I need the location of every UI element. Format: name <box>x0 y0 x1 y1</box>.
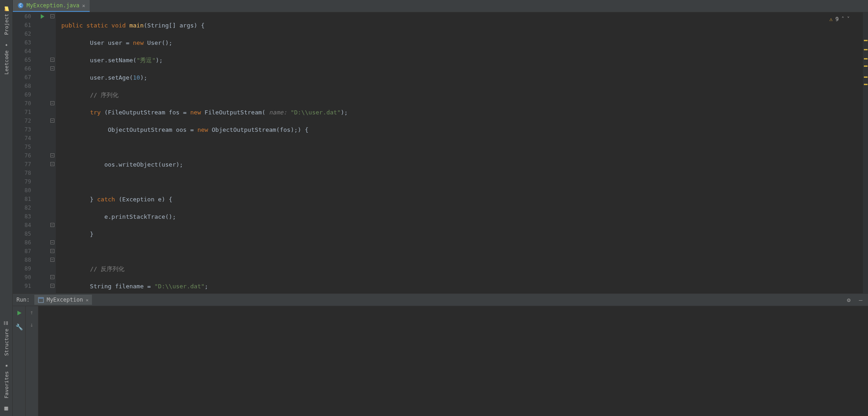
line-number: 91 <box>13 282 31 291</box>
editor-tabs-bar: C MyException.java ✕ <box>13 0 868 12</box>
fold-toggle[interactable]: − <box>50 258 54 262</box>
line-number: 88 <box>13 256 31 265</box>
rerun-icon[interactable] <box>15 309 23 317</box>
editor[interactable]: 6061626364656667686970717273747576777879… <box>13 12 868 293</box>
line-number: 70 <box>13 99 31 108</box>
fold-toggle[interactable]: − <box>50 162 54 166</box>
line-number: 89 <box>13 265 31 273</box>
line-number: 65 <box>13 56 31 65</box>
fold-toggle[interactable]: − <box>50 275 54 279</box>
arrow-up-icon[interactable]: ↑ <box>30 309 34 316</box>
structure-label: Structure <box>3 329 9 356</box>
line-number: 80 <box>13 186 31 195</box>
minimize-icon[interactable]: — <box>857 297 864 303</box>
close-icon[interactable]: ✕ <box>82 3 86 9</box>
run-header: Run: MyException ✕ ⚙ — <box>13 294 868 306</box>
line-number: 78 <box>13 169 31 178</box>
fold-toggle[interactable]: − <box>50 284 54 288</box>
fold-toggle[interactable]: − <box>50 66 54 70</box>
line-number: 71 <box>13 108 31 117</box>
tool-window-left-rail: Project 📁 Leetcode ✦ Structure ☰ Favorit… <box>0 0 13 416</box>
fold-toggle[interactable]: − <box>50 119 54 123</box>
line-number: 84 <box>13 221 31 230</box>
fold-toggle[interactable]: − <box>50 101 54 105</box>
tool-window-favorites[interactable]: Favorites ★ <box>2 359 11 402</box>
line-number: 64 <box>13 47 31 56</box>
warning-marker[interactable] <box>864 49 868 50</box>
line-number: 76 <box>13 151 31 160</box>
line-number-gutter: 6061626364656667686970717273747576777879… <box>13 12 39 293</box>
line-number: 60 <box>13 12 31 21</box>
chevron-up-icon[interactable]: ˄ <box>841 15 844 24</box>
error-stripe[interactable] <box>863 12 868 293</box>
star-icon: ★ <box>3 363 10 369</box>
folder-icon: 📁 <box>3 5 10 12</box>
run-body: 🔧 ↑ ↓ <box>13 306 868 416</box>
run-tool-window: Run: MyException ✕ ⚙ — 🔧 ↑ ↓ <box>13 293 868 416</box>
run-nav-toolbar: ↑ ↓ <box>26 306 38 416</box>
line-number: 68 <box>13 82 31 91</box>
run-config-name: MyException <box>47 297 83 303</box>
main-column: C MyException.java ✕ 6061626364656667686… <box>13 0 868 416</box>
fold-toggle[interactable]: − <box>50 240 54 244</box>
line-number: 86 <box>13 238 31 247</box>
svg-text:C: C <box>19 3 22 8</box>
line-number: 67 <box>13 73 31 82</box>
line-number: 72 <box>13 117 31 125</box>
line-number: 90 <box>13 273 31 282</box>
svg-rect-3 <box>38 297 43 299</box>
fold-toggle[interactable]: − <box>50 58 54 62</box>
close-icon[interactable]: ✕ <box>86 297 88 303</box>
run-toolbar: 🔧 <box>13 306 26 416</box>
line-number: 69 <box>13 91 31 99</box>
project-label: Project <box>3 14 9 35</box>
editor-tab-filename: MyException.java <box>27 2 80 9</box>
line-number: 75 <box>13 143 31 151</box>
fold-toggle[interactable]: − <box>50 153 54 157</box>
wrench-icon[interactable]: 🔧 <box>15 323 23 331</box>
run-gutter-icon[interactable] <box>41 14 44 19</box>
code-area[interactable]: public static void main(String[] args) {… <box>56 12 863 293</box>
line-number: 77 <box>13 160 31 169</box>
warning-marker[interactable] <box>864 65 868 67</box>
fold-toggle[interactable]: − <box>50 249 54 253</box>
fold-toggle[interactable]: − <box>50 14 54 18</box>
run-config-tab[interactable]: MyException ✕ <box>34 295 92 305</box>
tool-window-leetcode[interactable]: Leetcode ✦ <box>2 38 11 78</box>
line-number: 85 <box>13 230 31 238</box>
warning-marker[interactable] <box>864 58 868 59</box>
line-number: 79 <box>13 178 31 186</box>
leetcode-label: Leetcode <box>3 50 9 75</box>
line-number: 73 <box>13 125 31 134</box>
arrow-down-icon[interactable]: ↓ <box>30 321 34 328</box>
application-icon <box>38 297 44 303</box>
fold-column: − − − − − − − − − − − − − <box>49 12 56 293</box>
line-number: 63 <box>13 38 31 47</box>
warning-marker[interactable] <box>864 84 868 85</box>
leetcode-icon: ✦ <box>3 42 10 49</box>
line-number: 74 <box>13 134 31 143</box>
line-number: 87 <box>13 247 31 256</box>
tool-window-structure[interactable]: Structure ☰ <box>2 317 11 360</box>
line-number: 66 <box>13 65 31 73</box>
inspection-count: 9 <box>836 15 839 24</box>
warning-marker[interactable] <box>864 76 868 78</box>
line-number: 62 <box>13 30 31 38</box>
structure-icon: ☰ <box>3 320 10 327</box>
inspection-widget[interactable]: ⚠ 9 ˄ ˅ <box>830 15 850 24</box>
line-number: 81 <box>13 195 31 204</box>
run-console[interactable] <box>38 306 868 416</box>
warning-marker[interactable] <box>864 40 868 41</box>
gutter-icon-column <box>39 12 49 293</box>
fold-toggle[interactable]: − <box>50 223 54 227</box>
chevron-down-icon[interactable]: ˅ <box>847 15 850 24</box>
tool-window-build[interactable]: ▦ <box>1 402 12 413</box>
editor-tab-myexception[interactable]: C MyException.java ✕ <box>13 0 90 12</box>
tool-window-project[interactable]: Project 📁 <box>2 2 11 38</box>
line-number: 82 <box>13 204 31 212</box>
line-number: 83 <box>13 212 31 221</box>
favorites-label: Favorites <box>3 371 9 399</box>
run-label: Run: <box>16 297 30 303</box>
gear-icon[interactable]: ⚙ <box>845 297 852 303</box>
svg-marker-4 <box>17 311 22 315</box>
